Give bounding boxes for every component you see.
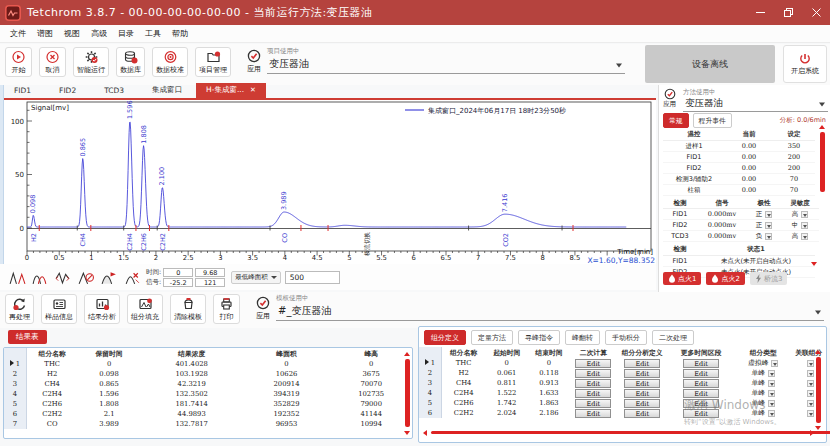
scroll-up-icon[interactable] <box>815 350 821 354</box>
split-peaks-icon[interactable] <box>6 268 27 287</box>
component-row[interactable]: 1THC00EditEditEdit虚拟峰 <box>419 358 826 368</box>
table-row[interactable]: FID20.00200 <box>663 162 815 173</box>
time-from-field[interactable]: 0 <box>163 268 193 277</box>
tab-TCD3[interactable]: TCD3 <box>90 84 138 98</box>
method-scrollbar[interactable] <box>820 132 825 192</box>
result-row[interactable]: 1THC0401.402800 <box>4 359 412 369</box>
ignite2-button[interactable]: 点火2 <box>706 272 744 285</box>
method-select[interactable]: 变压器油 <box>683 97 828 112</box>
restore-button[interactable] <box>774 0 802 25</box>
merge-peaks-icon[interactable] <box>29 268 50 287</box>
signal-from-field[interactable]: -25.2 <box>163 278 193 287</box>
edit-time-ranges-button[interactable]: Edit <box>683 399 719 408</box>
table-row[interactable]: 进样10.00350 <box>663 140 815 151</box>
toolbar-mid-button-refresh[interactable]: 再处理 <box>5 294 34 324</box>
tab-result-table[interactable]: 结果表 <box>8 330 47 344</box>
toolbar-mid-button-analysis[interactable]: 结果分析 <box>84 294 120 324</box>
tab-active-integration[interactable]: H-集成窗...✕ <box>196 83 266 98</box>
drop-peak-icon[interactable] <box>98 268 119 287</box>
toolbar-top-button-gear[interactable]: 智能运行 <box>73 47 109 77</box>
edit-time-ranges-button[interactable]: Edit <box>683 379 719 388</box>
component-row[interactable]: 6C2H22.0242.186EditEditEdit单峰 <box>419 408 826 418</box>
tab-FID2[interactable]: FID2 <box>45 84 90 98</box>
toolbar-top-button-target[interactable]: 数据校准 <box>152 47 188 77</box>
scroll-left-icon[interactable] <box>423 430 427 436</box>
toolbar-mid-button-idcard[interactable]: 样品信息 <box>41 294 77 324</box>
tab-general[interactable]: 常规 <box>663 113 689 128</box>
menu-item-5[interactable]: 工具 <box>145 28 161 39</box>
edit-time-ranges-button[interactable]: Edit <box>683 369 719 378</box>
menu-item-2[interactable]: 视图 <box>64 28 80 39</box>
menu-item-6[interactable]: 帮助 <box>172 28 188 39</box>
toolbar-mid-button-clear[interactable]: 清除模板 <box>170 294 206 324</box>
scroll-up-icon[interactable] <box>404 352 410 356</box>
table-row[interactable]: FID10.000mv正高 <box>663 209 819 220</box>
results-scrollbar[interactable] <box>405 359 410 427</box>
edit-secondary-calc-button[interactable]: Edit <box>575 379 611 388</box>
edit-secondary-calc-button[interactable]: Edit <box>575 409 611 418</box>
menu-item-1[interactable]: 谱图 <box>37 28 53 39</box>
tab-定量方法[interactable]: 定量方法 <box>471 330 513 345</box>
component-row[interactable]: 5C2H61.7421.863EditEditEdit单峰 <box>419 398 826 408</box>
toolbar-top-button-folder[interactable]: 项目管理 <box>195 47 231 77</box>
bridge-current-button[interactable]: 桥流3 <box>750 272 787 285</box>
component-row[interactable]: 3CH40.8110.913EditEditEdit单峰 <box>419 378 826 388</box>
result-row[interactable]: 7CO3.989132.78179695310994 <box>4 419 412 429</box>
project-select[interactable]: 变压器油 <box>267 56 625 74</box>
scroll-down-icon[interactable] <box>811 262 817 266</box>
close-tab-icon[interactable]: ✕ <box>250 86 256 94</box>
table-row[interactable]: TCD30.000mv负高 <box>663 231 819 242</box>
time-to-field[interactable]: 9.68 <box>195 268 225 277</box>
components-scrollbar[interactable] <box>816 357 821 423</box>
tab-峰翻转[interactable]: 峰翻转 <box>565 330 600 345</box>
edit-analysis-def-button[interactable]: Edit <box>624 379 660 388</box>
tab-temp-program[interactable]: 程升事件 <box>693 113 732 128</box>
component-row[interactable]: 2H20.0610.118EditEditEdit单峰 <box>419 368 826 378</box>
minimize-button[interactable] <box>746 0 774 25</box>
toolbar-top-apply-button[interactable]: 应用 <box>247 49 261 74</box>
tab-组分定义[interactable]: 组分定义 <box>424 330 466 345</box>
edit-time-ranges-button[interactable]: Edit <box>683 359 719 368</box>
table-row[interactable]: FID1未点火(未开启自动点火) <box>663 255 815 266</box>
toolbar-top-button-cancel[interactable]: 取消 <box>39 47 66 77</box>
menu-item-3[interactable]: 高级 <box>91 28 107 39</box>
edit-analysis-def-button[interactable]: Edit <box>624 399 660 408</box>
result-row[interactable]: 3CH40.86542.321920091470070 <box>4 379 412 389</box>
toolbar-mid-apply-button[interactable]: 应用 <box>256 296 270 321</box>
edit-analysis-def-button[interactable]: Edit <box>624 369 660 378</box>
power-on-button[interactable]: 开启系统 <box>783 45 827 83</box>
template-select[interactable]: #_变压器油 <box>276 303 824 321</box>
min-peak-area-select[interactable]: 最低峰面积 <box>231 271 281 284</box>
result-row[interactable]: 5C2H61.808181.741435282979000 <box>4 399 412 409</box>
negative-peaks-icon[interactable] <box>52 268 73 287</box>
edit-time-ranges-button[interactable]: Edit <box>683 389 719 398</box>
tab-二次处理[interactable]: 二次处理 <box>652 330 694 345</box>
edit-analysis-def-button[interactable]: Edit <box>624 359 660 368</box>
chromatogram-panel[interactable]: 05010000.511.522.533.544.555.566.577.588… <box>4 100 656 264</box>
edit-analysis-def-button[interactable]: Edit <box>624 409 660 418</box>
tab-手动积分[interactable]: 手动积分 <box>605 330 647 345</box>
toolbar-mid-button-print[interactable]: 打印 <box>213 294 240 324</box>
ignite1-button[interactable]: 点火1 <box>663 272 701 285</box>
scroll-up-icon[interactable] <box>819 125 825 129</box>
forbid-peak-icon[interactable] <box>75 268 96 287</box>
table-row[interactable]: 检测3/辅助20.0070 <box>663 173 815 184</box>
toolbar-top-button-play[interactable]: 开始 <box>5 47 32 77</box>
menu-item-0[interactable]: 文件 <box>10 28 26 39</box>
tab-集成窗口[interactable]: 集成窗口 <box>138 83 196 98</box>
edit-secondary-calc-button[interactable]: Edit <box>575 369 611 378</box>
edit-secondary-calc-button[interactable]: Edit <box>575 359 611 368</box>
scroll-down-icon[interactable] <box>815 426 821 430</box>
edit-secondary-calc-button[interactable]: Edit <box>575 389 611 398</box>
min-peak-area-input[interactable]: 500 <box>285 271 340 284</box>
signal-to-field[interactable]: 121 <box>195 278 225 287</box>
edit-analysis-def-button[interactable]: Edit <box>624 389 660 398</box>
edit-secondary-calc-button[interactable]: Edit <box>575 399 611 408</box>
close-button[interactable] <box>802 0 830 25</box>
table-row[interactable]: FID10.00200 <box>663 151 815 162</box>
components-hscrollbar[interactable] <box>431 431 830 434</box>
edit-time-ranges-button[interactable]: Edit <box>683 409 719 418</box>
result-row[interactable]: 2H20.098103.1928106263675 <box>4 369 412 379</box>
result-row[interactable]: 6C2H22.144.989319235241144 <box>4 409 412 419</box>
chromatogram-chart[interactable]: 05010000.511.522.533.544.555.566.577.588… <box>4 100 656 264</box>
